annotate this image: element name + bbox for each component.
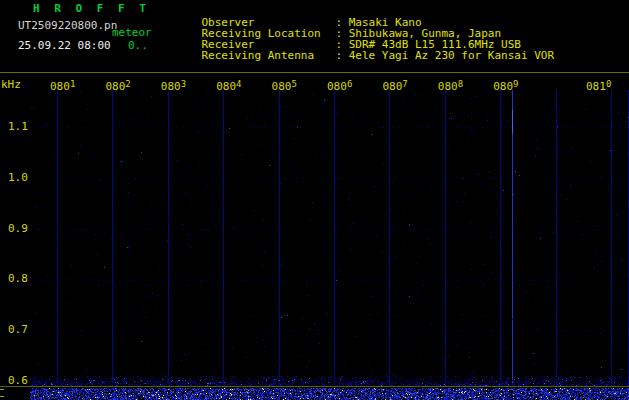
output-filename: UT2509220800.pn [18, 20, 117, 32]
mode-label: meteor [112, 27, 152, 39]
info-separator: : [336, 49, 349, 62]
plot-strip-separator-line [0, 386, 629, 387]
strip-axis-tick [0, 389, 4, 390]
info-label-antenna: Receiving Antenna [202, 50, 336, 62]
y-tick-label: 1.0 [8, 172, 28, 183]
y-tick-label: 0.8 [8, 273, 28, 284]
y-tick-label: 0.7 [8, 324, 28, 335]
info-row-antenna: Receiving Antenna: 4ele Yagi Az 230 for … [175, 38, 554, 74]
y-tick-label: 1.1 [8, 121, 28, 132]
signal-strip-canvas [30, 388, 629, 400]
spectrogram-canvas [30, 90, 629, 386]
datetime-label: 25.09.22 08:00 [18, 40, 111, 52]
y-tick-label: 0.6 [8, 375, 28, 386]
header-separator-line [0, 72, 629, 73]
y-tick-label: 0.9 [8, 223, 28, 234]
app-title: H R O F F T [33, 3, 150, 15]
strip-axis-tick [0, 396, 4, 397]
hrofft-screen: H R O F F T UT2509220800.pn meteor 25.09… [0, 0, 629, 400]
info-value-antenna: 4ele Yagi Az 230 for Kansai VOR [349, 49, 554, 62]
counter-indicator: 0.. [128, 40, 148, 52]
